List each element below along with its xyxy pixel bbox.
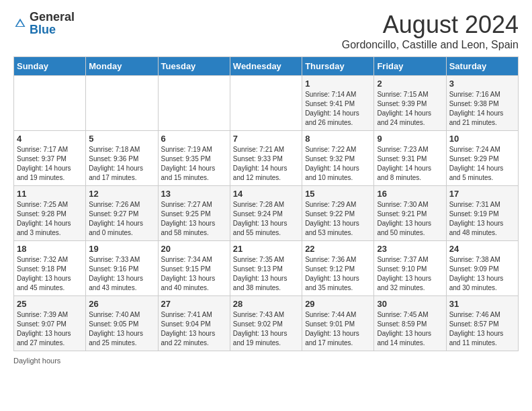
day-info: Sunrise: 7:44 AMSunset: 9:01 PMDaylight:…: [305, 310, 371, 348]
day-info: Sunrise: 7:16 AMSunset: 9:38 PMDaylight:…: [449, 90, 515, 128]
month-title: August 2024: [342, 11, 519, 39]
calendar-cell: 13Sunrise: 7:27 AMSunset: 9:25 PMDayligh…: [158, 186, 230, 241]
day-info: Sunrise: 7:19 AMSunset: 9:35 PMDaylight:…: [161, 145, 227, 183]
day-number: 22: [305, 244, 371, 254]
day-number: 27: [161, 299, 227, 309]
calendar-cell: 23Sunrise: 7:37 AMSunset: 9:10 PMDayligh…: [374, 241, 446, 296]
day-info: Sunrise: 7:29 AMSunset: 9:22 PMDaylight:…: [305, 200, 371, 238]
day-number: 11: [17, 189, 83, 199]
day-number: 30: [377, 299, 443, 309]
day-info: Sunrise: 7:17 AMSunset: 9:37 PMDaylight:…: [17, 145, 83, 183]
title-block: August 2024 Gordoncillo, Castille and Le…: [342, 11, 519, 51]
day-number: 8: [305, 134, 371, 144]
calendar-cell: 8Sunrise: 7:22 AMSunset: 9:32 PMDaylight…: [302, 131, 374, 186]
day-number: 14: [233, 189, 299, 199]
day-info: Sunrise: 7:33 AMSunset: 9:16 PMDaylight:…: [89, 255, 154, 293]
column-header-monday: Monday: [86, 57, 158, 76]
calendar-cell: 2Sunrise: 7:15 AMSunset: 9:39 PMDaylight…: [374, 76, 446, 131]
calendar-cell: 27Sunrise: 7:41 AMSunset: 9:04 PMDayligh…: [158, 296, 230, 351]
calendar-cell: 9Sunrise: 7:23 AMSunset: 9:31 PMDaylight…: [374, 131, 446, 186]
day-number: 23: [377, 244, 443, 254]
day-number: 13: [161, 189, 227, 199]
day-info: Sunrise: 7:46 AMSunset: 8:57 PMDaylight:…: [449, 310, 515, 348]
calendar-cell: 3Sunrise: 7:16 AMSunset: 9:38 PMDaylight…: [446, 76, 518, 131]
day-number: 3: [449, 79, 515, 89]
day-number: 1: [305, 79, 371, 89]
calendar-cell: 17Sunrise: 7:31 AMSunset: 9:19 PMDayligh…: [446, 186, 518, 241]
calendar-header-row: SundayMondayTuesdayWednesdayThursdayFrid…: [14, 57, 519, 76]
day-info: Sunrise: 7:25 AMSunset: 9:28 PMDaylight:…: [17, 200, 83, 238]
calendar-cell: 12Sunrise: 7:26 AMSunset: 9:27 PMDayligh…: [86, 186, 158, 241]
logo-blue: Blue: [30, 23, 56, 36]
column-header-sunday: Sunday: [14, 57, 86, 76]
day-info: Sunrise: 7:35 AMSunset: 9:13 PMDaylight:…: [233, 255, 299, 293]
day-number: 10: [449, 134, 515, 144]
calendar-cell: 30Sunrise: 7:45 AMSunset: 8:59 PMDayligh…: [374, 296, 446, 351]
day-info: Sunrise: 7:28 AMSunset: 9:24 PMDaylight:…: [233, 200, 299, 238]
day-info: Sunrise: 7:45 AMSunset: 8:59 PMDaylight:…: [377, 310, 443, 348]
day-info: Sunrise: 7:14 AMSunset: 9:41 PMDaylight:…: [305, 90, 371, 128]
daylight-label: Daylight hours: [13, 357, 60, 365]
calendar-table: SundayMondayTuesdayWednesdayThursdayFrid…: [13, 56, 519, 351]
day-number: 26: [89, 299, 154, 309]
calendar-cell: 6Sunrise: 7:19 AMSunset: 9:35 PMDaylight…: [158, 131, 230, 186]
day-number: 25: [17, 299, 83, 309]
calendar-cell: 24Sunrise: 7:38 AMSunset: 9:09 PMDayligh…: [446, 241, 518, 296]
day-number: 2: [377, 79, 443, 89]
calendar-cell: 18Sunrise: 7:32 AMSunset: 9:18 PMDayligh…: [14, 241, 86, 296]
calendar-cell: 1Sunrise: 7:14 AMSunset: 9:41 PMDaylight…: [302, 76, 374, 131]
calendar-cell: 31Sunrise: 7:46 AMSunset: 8:57 PMDayligh…: [446, 296, 518, 351]
calendar-cell: 29Sunrise: 7:44 AMSunset: 9:01 PMDayligh…: [302, 296, 374, 351]
day-number: 29: [305, 299, 371, 309]
calendar-cell: [14, 76, 86, 131]
location-subtitle: Gordoncillo, Castille and Leon, Spain: [342, 39, 519, 51]
week-row-3: 11Sunrise: 7:25 AMSunset: 9:28 PMDayligh…: [14, 186, 519, 241]
day-number: 12: [89, 189, 154, 199]
day-number: 7: [233, 134, 299, 144]
day-info: Sunrise: 7:18 AMSunset: 9:36 PMDaylight:…: [89, 145, 154, 183]
calendar-cell: 11Sunrise: 7:25 AMSunset: 9:28 PMDayligh…: [14, 186, 86, 241]
calendar-cell: [86, 76, 158, 131]
day-number: 4: [17, 134, 83, 144]
day-info: Sunrise: 7:36 AMSunset: 9:12 PMDaylight:…: [305, 255, 371, 293]
day-info: Sunrise: 7:27 AMSunset: 9:25 PMDaylight:…: [161, 200, 227, 238]
day-number: 20: [161, 244, 227, 254]
column-header-saturday: Saturday: [446, 57, 518, 76]
day-info: Sunrise: 7:32 AMSunset: 9:18 PMDaylight:…: [17, 255, 83, 293]
day-number: 28: [233, 299, 299, 309]
calendar-cell: 26Sunrise: 7:40 AMSunset: 9:05 PMDayligh…: [86, 296, 158, 351]
day-info: Sunrise: 7:22 AMSunset: 9:32 PMDaylight:…: [305, 145, 371, 183]
week-row-4: 18Sunrise: 7:32 AMSunset: 9:18 PMDayligh…: [14, 241, 519, 296]
calendar-cell: 15Sunrise: 7:29 AMSunset: 9:22 PMDayligh…: [302, 186, 374, 241]
column-header-thursday: Thursday: [302, 57, 374, 76]
day-number: 19: [89, 244, 154, 254]
day-info: Sunrise: 7:24 AMSunset: 9:29 PMDaylight:…: [449, 145, 515, 183]
day-info: Sunrise: 7:40 AMSunset: 9:05 PMDaylight:…: [89, 310, 154, 348]
calendar-cell: 10Sunrise: 7:24 AMSunset: 9:29 PMDayligh…: [446, 131, 518, 186]
footer-note: Daylight hours: [13, 357, 519, 365]
logo-icon: [13, 17, 27, 30]
day-info: Sunrise: 7:30 AMSunset: 9:21 PMDaylight:…: [377, 200, 443, 238]
day-number: 9: [377, 134, 443, 144]
day-info: Sunrise: 7:21 AMSunset: 9:33 PMDaylight:…: [233, 145, 299, 183]
calendar-cell: 16Sunrise: 7:30 AMSunset: 9:21 PMDayligh…: [374, 186, 446, 241]
week-row-1: 1Sunrise: 7:14 AMSunset: 9:41 PMDaylight…: [14, 76, 519, 131]
day-number: 16: [377, 189, 443, 199]
calendar-cell: 7Sunrise: 7:21 AMSunset: 9:33 PMDaylight…: [230, 131, 302, 186]
day-info: Sunrise: 7:39 AMSunset: 9:07 PMDaylight:…: [17, 310, 83, 348]
calendar-cell: 19Sunrise: 7:33 AMSunset: 9:16 PMDayligh…: [86, 241, 158, 296]
calendar-cell: 21Sunrise: 7:35 AMSunset: 9:13 PMDayligh…: [230, 241, 302, 296]
day-info: Sunrise: 7:15 AMSunset: 9:39 PMDaylight:…: [377, 90, 443, 128]
calendar-cell: [230, 76, 302, 131]
day-info: Sunrise: 7:37 AMSunset: 9:10 PMDaylight:…: [377, 255, 443, 293]
day-number: 6: [161, 134, 227, 144]
calendar-cell: 14Sunrise: 7:28 AMSunset: 9:24 PMDayligh…: [230, 186, 302, 241]
calendar-cell: 4Sunrise: 7:17 AMSunset: 9:37 PMDaylight…: [14, 131, 86, 186]
calendar-cell: 28Sunrise: 7:43 AMSunset: 9:02 PMDayligh…: [230, 296, 302, 351]
day-info: Sunrise: 7:23 AMSunset: 9:31 PMDaylight:…: [377, 145, 443, 183]
week-row-2: 4Sunrise: 7:17 AMSunset: 9:37 PMDaylight…: [14, 131, 519, 186]
day-number: 18: [17, 244, 83, 254]
calendar-cell: [158, 76, 230, 131]
day-number: 5: [89, 134, 154, 144]
day-info: Sunrise: 7:26 AMSunset: 9:27 PMDaylight:…: [89, 200, 154, 238]
